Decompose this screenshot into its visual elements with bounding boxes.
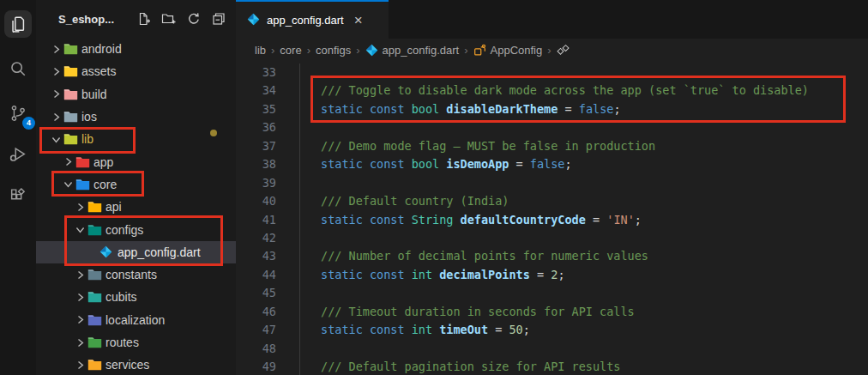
- tree-label: android: [81, 42, 122, 56]
- line-number: 34: [236, 82, 276, 100]
- dart-icon: [365, 44, 378, 57]
- line-content: static const int decimalPoints = 2;: [321, 266, 565, 284]
- line-number: 33: [236, 64, 276, 82]
- modified-dot: [210, 130, 217, 136]
- field-icon: [557, 44, 570, 57]
- line-number: 37: [236, 137, 276, 155]
- breadcrumb-item-core[interactable]: core: [280, 44, 301, 57]
- line-number: 41: [236, 211, 276, 229]
- tree-folder-build[interactable]: build: [36, 83, 236, 106]
- folder-icon: [63, 65, 81, 77]
- code-line-37[interactable]: 37/// Demo mode flag — MUST be false in …: [236, 137, 868, 155]
- activitybar-item-extensions[interactable]: [4, 182, 32, 209]
- code-line-40[interactable]: 40/// Default country (India): [236, 192, 868, 210]
- code-line-49[interactable]: 49/// Default pagination size for API re…: [236, 358, 868, 375]
- chevron-right-icon: [73, 203, 87, 212]
- code-line-34[interactable]: 34/// Toggle to disable dark mode across…: [236, 82, 868, 100]
- tree-folder-app[interactable]: app: [36, 150, 236, 172]
- breadcrumb-separator: ›: [271, 44, 274, 57]
- tree-label: ios: [81, 110, 97, 124]
- tree-folder-ios[interactable]: ios: [36, 106, 236, 128]
- dart-icon: [99, 245, 118, 258]
- extensions-icon: [9, 186, 27, 205]
- tab-bar: app_config.dart ×: [236, 0, 868, 39]
- dart-icon: [247, 13, 260, 28]
- line-content: static const bool disableDarkTheme = fal…: [321, 100, 621, 118]
- breadcrumb-label: lib: [255, 44, 266, 57]
- collapse-all-icon[interactable]: [212, 12, 226, 26]
- refresh-icon[interactable]: [187, 12, 201, 26]
- code-line-35[interactable]: 35static const bool disableDarkTheme = f…: [236, 100, 868, 118]
- activitybar-item-run-debug[interactable]: [4, 141, 32, 168]
- breadcrumb-separator: ›: [547, 44, 551, 57]
- tree-file-app_config-dart[interactable]: app_config.dart: [36, 241, 236, 263]
- code-line-48[interactable]: 48: [236, 340, 868, 358]
- breadcrumb-item-symbol[interactable]: [557, 44, 574, 57]
- new-file-icon[interactable]: [136, 12, 150, 26]
- code-line-39[interactable]: 39: [236, 174, 868, 192]
- code-line-38[interactable]: 38static const bool isDemoApp = false;: [236, 155, 868, 173]
- folder-icon: [63, 88, 81, 100]
- tree-folder-services[interactable]: services: [36, 354, 236, 375]
- breadcrumb-item-lib[interactable]: lib: [255, 44, 266, 57]
- folder-icon: [63, 133, 81, 145]
- vscode-window: 4 S_eshop... androidassetsbuildioslibapp…: [0, 0, 868, 375]
- line-content: /// Demo mode flag — MUST be false in pr…: [321, 137, 655, 155]
- tree-folder-routes[interactable]: routes: [36, 331, 236, 354]
- breadcrumb-separator: ›: [307, 44, 310, 57]
- code-line-45[interactable]: 45: [236, 284, 868, 302]
- folder-icon: [87, 224, 105, 236]
- chevron-right-icon: [73, 338, 87, 348]
- breadcrumb-item-AppConfig[interactable]: AppConfig: [473, 44, 543, 57]
- chevron-right-icon: [73, 360, 87, 370]
- chevron-right-icon: [49, 89, 63, 99]
- line-number: 40: [236, 192, 276, 210]
- line-number: 47: [236, 321, 276, 339]
- code-line-47[interactable]: 47static const int timeOut = 50;: [236, 321, 868, 339]
- tree-folder-assets[interactable]: assets: [36, 60, 236, 82]
- line-content: /// Default pagination size for API resu…: [321, 358, 621, 375]
- tree-folder-core[interactable]: core: [36, 173, 236, 196]
- tab-app-config[interactable]: app_config.dart ×: [236, 0, 389, 39]
- chevron-right-icon: [49, 67, 63, 76]
- tree-folder-constants[interactable]: constants: [36, 263, 236, 286]
- tree-folder-localization[interactable]: localization: [36, 309, 236, 331]
- line-content: /// Timeout duration in seconds for API …: [321, 303, 635, 321]
- code-line-44[interactable]: 44static const int decimalPoints = 2;: [236, 266, 868, 284]
- tree-folder-configs[interactable]: configs: [36, 218, 236, 240]
- close-icon[interactable]: ×: [354, 13, 363, 27]
- tree-folder-api[interactable]: api: [36, 196, 236, 218]
- activitybar-item-source-control[interactable]: 4: [4, 100, 32, 127]
- activitybar-item-explorer[interactable]: [4, 10, 32, 38]
- new-folder-icon[interactable]: [161, 12, 176, 26]
- tree-label: app_config.dart: [118, 245, 201, 259]
- activitybar-item-search[interactable]: [4, 55, 32, 82]
- tree-folder-cubits[interactable]: cubits: [36, 286, 236, 308]
- breadcrumb-item-configs[interactable]: configs: [316, 44, 351, 57]
- tree-label: lib: [81, 132, 93, 146]
- code-line-42[interactable]: 42: [236, 229, 868, 247]
- breadcrumb-item-app_config-dart[interactable]: app_config.dart: [365, 44, 460, 57]
- tree-folder-android[interactable]: android: [36, 38, 236, 60]
- breadcrumb-label: AppConfig: [491, 44, 543, 57]
- tree-label: routes: [105, 336, 139, 349]
- chevron-right-icon: [73, 315, 87, 324]
- code-editor[interactable]: 3334/// Toggle to disable dark mode acro…: [236, 64, 868, 375]
- tree-label: api: [105, 200, 122, 214]
- code-line-36[interactable]: 36: [236, 118, 868, 136]
- code-line-46[interactable]: 46/// Timeout duration in seconds for AP…: [236, 303, 868, 321]
- chevron-down-icon: [49, 135, 63, 144]
- tree-label: assets: [81, 64, 116, 78]
- tree-folder-lib[interactable]: lib: [36, 128, 236, 150]
- folder-icon: [87, 359, 105, 371]
- files-icon: [9, 15, 27, 33]
- code-line-41[interactable]: 41static const String defaultCountryCode…: [236, 211, 868, 229]
- code-line-43[interactable]: 43/// Number of decimal points for numer…: [236, 247, 868, 265]
- explorer-sidebar: S_eshop... androidassetsbuildioslibappco…: [36, 0, 236, 375]
- code-line-33[interactable]: 33: [236, 64, 868, 82]
- line-number: 35: [236, 100, 276, 118]
- folder-icon: [87, 314, 105, 326]
- line-content: static const int timeOut = 50;: [321, 321, 530, 339]
- folder-icon: [63, 111, 81, 123]
- search-icon: [9, 59, 27, 78]
